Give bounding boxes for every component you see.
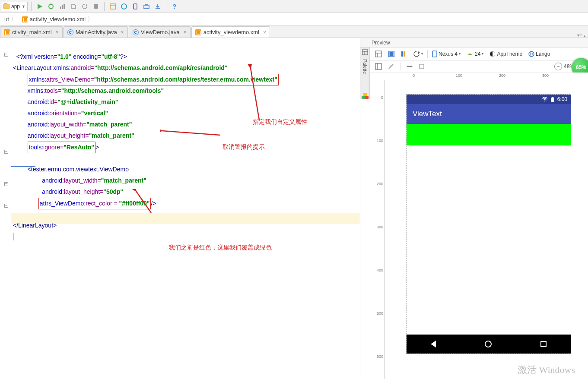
svg-rect-34 bbox=[432, 51, 437, 57]
stop-button[interactable] bbox=[91, 2, 101, 11]
download-button[interactable] bbox=[153, 2, 162, 11]
locale-selector[interactable]: Langu bbox=[527, 50, 552, 58]
breadcrumb-item[interactable]: activity_viewdemo.xml〉 bbox=[19, 16, 96, 23]
svg-rect-24 bbox=[365, 96, 369, 99]
fold-icon[interactable] bbox=[4, 150, 8, 154]
svg-rect-48 bbox=[551, 98, 554, 102]
ruler-horizontal: 0 100 200 300 bbox=[385, 73, 588, 80]
debug-button[interactable] bbox=[46, 2, 56, 11]
svg-marker-0 bbox=[38, 4, 42, 9]
api-selector[interactable]: 24▾ bbox=[465, 50, 485, 58]
app-bar: ViewText bbox=[407, 104, 571, 124]
svg-marker-7 bbox=[86, 4, 87, 6]
palette-icon bbox=[362, 93, 369, 99]
palette-label: Palette bbox=[362, 59, 368, 74]
svg-marker-33 bbox=[418, 51, 420, 54]
xml-file-icon bbox=[195, 29, 201, 35]
battery-icon bbox=[550, 97, 555, 102]
close-icon[interactable]: × bbox=[121, 29, 124, 35]
module-label: app bbox=[11, 3, 20, 9]
svg-rect-25 bbox=[363, 93, 367, 96]
svg-marker-45 bbox=[411, 65, 413, 68]
expand-button[interactable] bbox=[417, 63, 426, 70]
tab-main-activity[interactable]: CMainActivity.java× bbox=[64, 26, 128, 38]
svg-point-47 bbox=[544, 101, 545, 101]
zoom-out-button[interactable]: − bbox=[554, 63, 562, 70]
view-options[interactable] bbox=[399, 50, 409, 58]
blueprint-button[interactable] bbox=[386, 50, 397, 58]
annotation-text: 取消警报的提示 bbox=[222, 143, 265, 151]
back-icon bbox=[431, 341, 436, 347]
profile-button[interactable] bbox=[57, 2, 67, 11]
tab-activity-main[interactable]: ctivity_main.xml× bbox=[0, 26, 63, 38]
xml-file-icon bbox=[4, 29, 10, 35]
svg-point-36 bbox=[471, 54, 472, 54]
svg-rect-23 bbox=[362, 96, 365, 99]
svg-rect-20 bbox=[362, 50, 368, 55]
layout-button[interactable] bbox=[108, 2, 118, 11]
attach-button[interactable] bbox=[69, 2, 78, 11]
avd-button[interactable] bbox=[130, 2, 140, 11]
tab-activity-viewdemo[interactable]: activity_viewdemo.xml× bbox=[191, 26, 270, 38]
close-icon[interactable]: × bbox=[263, 29, 266, 35]
svg-rect-26 bbox=[375, 51, 381, 57]
sdk-button[interactable] bbox=[142, 2, 151, 11]
close-icon[interactable]: × bbox=[184, 29, 187, 35]
restart-button[interactable] bbox=[80, 2, 89, 11]
help-button[interactable]: ? bbox=[170, 2, 179, 11]
svg-rect-5 bbox=[62, 5, 63, 9]
design-surface-1[interactable] bbox=[373, 62, 384, 71]
code-editor[interactable]: <?xml version="1.0" encoding="utf-8"?> <… bbox=[0, 38, 360, 379]
svg-line-42 bbox=[389, 64, 391, 66]
svg-marker-44 bbox=[407, 65, 408, 68]
tab-overflow[interactable]: ▾≡₂ bbox=[577, 33, 588, 38]
orientation-button[interactable]: ▾ bbox=[411, 50, 425, 58]
svg-rect-4 bbox=[60, 6, 61, 9]
fold-icon[interactable] bbox=[4, 182, 8, 186]
sync-button[interactable] bbox=[119, 2, 129, 11]
theme-selector[interactable]: AppTheme bbox=[488, 50, 524, 58]
tab-view-demo[interactable]: CViewDemo.java× bbox=[129, 26, 191, 38]
run-button[interactable] bbox=[35, 2, 44, 11]
phone-content bbox=[407, 145, 571, 335]
annotation-text: 指定我们自定义属性 bbox=[253, 118, 307, 126]
watermark-text: 激活 Windows bbox=[518, 363, 575, 376]
home-icon bbox=[485, 341, 492, 347]
svg-rect-12 bbox=[133, 4, 137, 9]
fold-icon[interactable] bbox=[4, 204, 8, 208]
surface-button[interactable] bbox=[373, 50, 384, 58]
code-content: <?xml version="1.0" encoding="utf-8"?> <… bbox=[11, 38, 360, 267]
layout-icon[interactable] bbox=[362, 49, 368, 55]
java-class-icon: C bbox=[133, 29, 139, 35]
svg-rect-32 bbox=[404, 51, 405, 57]
svg-rect-49 bbox=[552, 97, 553, 98]
module-selector[interactable]: app ▼ bbox=[2, 2, 28, 11]
svg-point-1 bbox=[49, 4, 53, 9]
svg-rect-31 bbox=[401, 51, 403, 57]
xml-file-icon bbox=[22, 16, 28, 22]
svg-point-11 bbox=[121, 4, 127, 9]
recents-icon bbox=[540, 341, 547, 347]
breadcrumb-bar: ut〉 activity_viewdemo.xml〉 bbox=[0, 13, 588, 26]
fold-icon[interactable] bbox=[4, 53, 8, 57]
nav-bar bbox=[407, 335, 571, 354]
clock-text: 6:00 bbox=[557, 96, 567, 102]
main-toolbar: app ▼ ? bbox=[0, 0, 588, 13]
preview-toolbar: ▾ Nexus 4▾ 24▾ AppTheme Langu bbox=[360, 47, 588, 60]
design-surface-2[interactable] bbox=[386, 63, 396, 70]
svg-rect-6 bbox=[64, 4, 65, 9]
svg-rect-8 bbox=[94, 4, 98, 9]
chevron-right-icon: 〉 bbox=[87, 16, 93, 23]
breadcrumb-item[interactable]: ut〉 bbox=[2, 16, 19, 23]
design-canvas[interactable]: 0 100 200 300 0 100 200 300 400 500 600 bbox=[370, 73, 588, 379]
palette-strip[interactable]: Palette bbox=[360, 47, 370, 99]
editor-tabs: ctivity_main.xml× CMainActivity.java× CV… bbox=[0, 26, 588, 38]
close-icon[interactable]: × bbox=[56, 29, 59, 35]
annotation-text: 我们之前是红色，这里我们覆盖成绿色 bbox=[169, 244, 272, 251]
ruler-vertical: 0 100 200 300 400 500 600 bbox=[376, 80, 385, 379]
svg-rect-39 bbox=[375, 63, 381, 69]
svg-rect-9 bbox=[110, 4, 115, 9]
pan-button[interactable] bbox=[405, 63, 414, 70]
svg-point-35 bbox=[468, 54, 469, 54]
device-selector[interactable]: Nexus 4▾ bbox=[430, 50, 462, 58]
